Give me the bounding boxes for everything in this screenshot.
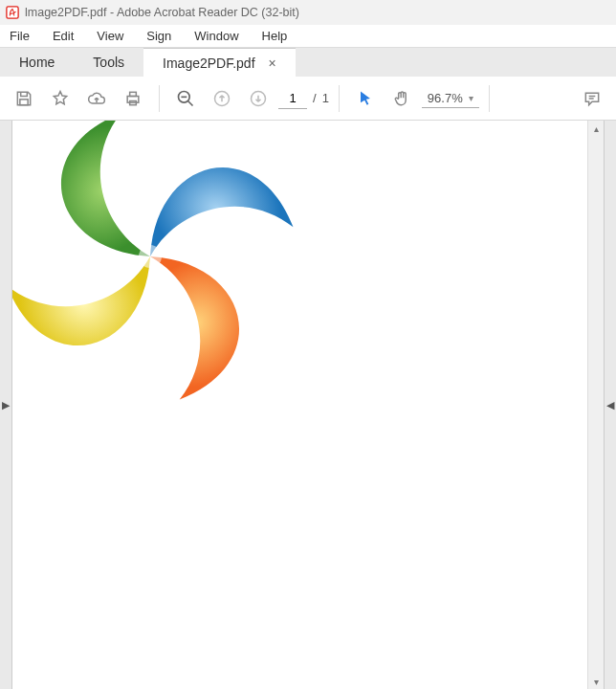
left-panel-toggle[interactable]: ▶ <box>0 121 12 689</box>
document-image <box>12 121 294 400</box>
page-indicator: / 1 <box>278 88 329 109</box>
print-icon <box>123 89 143 108</box>
titlebar: lmage2PDF.pdf - Adobe Acrobat Reader DC … <box>0 0 616 25</box>
scroll-down-button[interactable]: ▾ <box>588 674 604 689</box>
selection-tool-button[interactable] <box>349 82 382 115</box>
zoom-value: 96.7% <box>428 91 463 105</box>
hand-tool-button[interactable] <box>385 82 418 115</box>
svg-rect-3 <box>130 92 137 96</box>
print-button[interactable] <box>117 82 149 115</box>
menu-file[interactable]: File <box>2 27 41 45</box>
toolbar-separator <box>159 85 160 112</box>
svg-rect-0 <box>7 7 18 18</box>
toolbar: / 1 96.7% ▾ <box>0 77 616 121</box>
arrow-up-icon <box>212 89 231 108</box>
tab-home[interactable]: Home <box>0 48 74 77</box>
menu-view[interactable]: View <box>85 27 135 45</box>
tab-document-label: Image2PDF.pdf <box>163 56 255 71</box>
chevron-right-icon: ▶ <box>2 399 10 411</box>
page-separator: / <box>313 91 317 105</box>
total-pages: 1 <box>322 91 329 105</box>
toolbar-separator <box>339 85 340 112</box>
scroll-up-button[interactable]: ▴ <box>588 121 604 136</box>
menu-help[interactable]: Help <box>251 27 299 45</box>
tabstrip: Home Tools Image2PDF.pdf × <box>0 48 616 77</box>
vertical-scrollbar[interactable]: ▴ ▾ <box>587 121 604 689</box>
tab-tools[interactable]: Tools <box>74 48 143 77</box>
window-title: lmage2PDF.pdf - Adobe Acrobat Reader DC … <box>25 6 299 19</box>
svg-point-12 <box>139 245 162 268</box>
zoom-out-button[interactable] <box>169 82 202 115</box>
menu-edit[interactable]: Edit <box>41 27 85 45</box>
menubar: File Edit View Sign Window Help <box>0 25 616 48</box>
document-view[interactable] <box>12 121 587 689</box>
right-panel-toggle[interactable]: ◀ <box>604 121 616 689</box>
chevron-left-icon: ◀ <box>606 399 614 411</box>
chevron-down-icon: ▾ <box>469 93 473 103</box>
cloud-upload-icon <box>87 89 106 108</box>
next-page-button[interactable] <box>242 82 275 115</box>
current-page-input[interactable] <box>278 88 307 109</box>
tab-document[interactable]: Image2PDF.pdf × <box>143 48 296 77</box>
svg-line-6 <box>188 100 193 105</box>
menu-sign[interactable]: Sign <box>135 27 183 45</box>
content-area: ▶ ▴ <box>0 121 616 689</box>
zoom-dropdown[interactable]: 96.7% ▾ <box>422 89 479 108</box>
toolbar-separator <box>489 85 490 112</box>
prev-page-button[interactable] <box>206 82 238 115</box>
cursor-icon <box>356 89 375 108</box>
comment-icon <box>583 89 602 108</box>
comment-panel-button[interactable] <box>576 82 608 115</box>
menu-window[interactable]: Window <box>183 27 250 45</box>
star-icon <box>51 89 70 108</box>
cloud-upload-button[interactable] <box>80 82 113 115</box>
star-button[interactable] <box>44 82 77 115</box>
acrobat-icon <box>6 6 19 19</box>
page-canvas <box>12 121 587 689</box>
tab-close-button[interactable]: × <box>269 56 276 71</box>
svg-rect-1 <box>20 99 28 104</box>
save-icon <box>14 89 33 108</box>
zoom-out-icon <box>176 89 195 108</box>
save-button[interactable] <box>8 82 40 115</box>
arrow-down-icon <box>249 89 268 108</box>
hand-icon <box>392 89 411 108</box>
